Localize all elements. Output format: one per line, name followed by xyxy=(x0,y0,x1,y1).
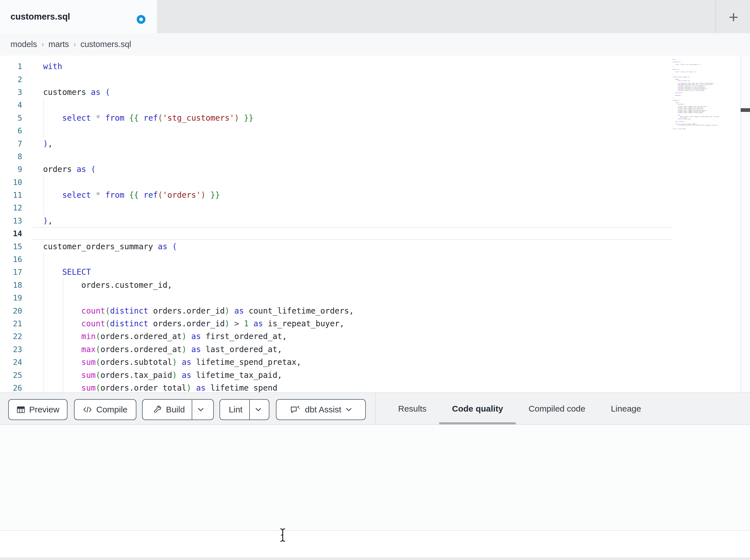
code-line[interactable]: 17 SELECT xyxy=(0,266,673,278)
tab-compiled-code[interactable]: Compiled code xyxy=(516,393,598,424)
code-line[interactable]: 19 xyxy=(0,291,673,304)
line-number: 8 xyxy=(0,152,32,161)
line-number: 12 xyxy=(0,203,32,212)
code-line[interactable]: 18 orders.customer_id, xyxy=(0,279,673,291)
compile-button[interactable]: Compile xyxy=(74,399,136,420)
code-line[interactable]: 15customer_orders_summary as ( xyxy=(0,240,673,253)
code-line[interactable]: 24 sum(orders.subtotal) as lifetime_spen… xyxy=(0,356,673,369)
new-tab-button[interactable]: + xyxy=(724,7,744,27)
code-line[interactable]: 23 max(orders.ordered_at) as last_ordere… xyxy=(0,343,673,356)
editor-scrollbar-thumb[interactable] xyxy=(741,108,750,112)
code-line[interactable]: 22 min(orders.ordered_at) as first_order… xyxy=(0,330,673,343)
code-text xyxy=(32,150,673,163)
code-text: count(distinct orders.order_id) as count… xyxy=(32,304,673,317)
minimap[interactable]: with customers as ( select * from {{ ref… xyxy=(673,59,739,189)
code-text xyxy=(32,176,673,189)
line-number: 1 xyxy=(0,62,32,71)
preview-button[interactable]: Preview xyxy=(8,399,67,420)
status-bar: Defer to staging/production ? Ready xyxy=(0,530,750,557)
code-text xyxy=(32,201,673,214)
dbt-assist-button[interactable]: dbt Assist xyxy=(276,399,366,420)
line-number: 22 xyxy=(0,332,32,341)
code-line[interactable]: 11 select * from {{ ref('orders') }} xyxy=(0,189,673,201)
toolbar-tabs-divider xyxy=(375,393,376,424)
code-line[interactable]: 13), xyxy=(0,214,673,227)
line-number: 26 xyxy=(0,383,32,392)
code-text: count(distinct orders.order_id) > 1 as i… xyxy=(32,317,673,330)
tab-customers-sql[interactable]: customers.sql xyxy=(0,0,157,33)
tab-code-quality[interactable]: Code quality xyxy=(439,393,516,424)
build-button[interactable]: Build xyxy=(146,400,192,419)
code-text: customers as ( xyxy=(32,86,673,99)
chevron-down-icon xyxy=(198,408,203,411)
lint-dropdown-button[interactable] xyxy=(249,400,267,419)
code-text: ), xyxy=(32,137,673,150)
code-line[interactable]: 7), xyxy=(0,137,673,150)
lint-button[interactable]: Lint xyxy=(222,400,249,419)
unsaved-indicator-icon xyxy=(137,15,145,24)
code-line[interactable]: 14 xyxy=(0,227,673,240)
indent-guide xyxy=(43,253,44,392)
code-line[interactable]: 12 xyxy=(0,201,673,214)
line-number: 7 xyxy=(0,139,32,148)
minimap-code: with customers as ( select * from {{ ref… xyxy=(673,59,739,129)
code-line[interactable]: 4 xyxy=(0,99,673,111)
line-number: 18 xyxy=(0,281,32,290)
indent-guide xyxy=(43,99,44,138)
tabbar-divider xyxy=(715,0,716,33)
code-line[interactable]: 8 xyxy=(0,150,673,163)
dbt-cloud-ide-window: customers.sql + models › marts › custome… xyxy=(0,0,750,560)
text-cursor-icon xyxy=(278,528,287,542)
code-line[interactable]: 6 xyxy=(0,124,673,137)
tab-results[interactable]: Results xyxy=(386,393,439,424)
code-text: customer_orders_summary as ( xyxy=(32,240,673,253)
line-number: 21 xyxy=(0,319,32,328)
code-text: select * from {{ ref('stg_customers') }} xyxy=(32,111,673,124)
code-text xyxy=(32,227,673,240)
code-quality-panel: There is nothing here Press the Lint or … xyxy=(0,425,750,530)
code-text: sum(orders.subtotal) as lifetime_spend_p… xyxy=(32,356,673,369)
line-number: 23 xyxy=(0,345,32,354)
code-line[interactable]: 26 sum(orders.order_total) as lifetime_s… xyxy=(0,381,673,392)
window-bottom-strip xyxy=(0,557,750,560)
code-text: sum(orders.order_total) as lifetime_spen… xyxy=(32,381,673,392)
code-text: select * from {{ ref('orders') }} xyxy=(32,189,673,201)
code-line[interactable]: 21 count(distinct orders.order_id) > 1 a… xyxy=(0,317,673,330)
indent-guide xyxy=(63,279,63,392)
breadcrumb-item-marts[interactable]: marts xyxy=(48,40,69,49)
breadcrumb-item-file[interactable]: customers.sql xyxy=(81,40,131,49)
line-number: 11 xyxy=(0,191,32,200)
tab-title: customers.sql xyxy=(11,0,70,33)
code-text: orders.customer_id, xyxy=(32,279,673,291)
build-button-label: Build xyxy=(166,405,185,414)
editor-scrollbar-track[interactable] xyxy=(741,56,750,392)
code-line[interactable]: 1with xyxy=(0,60,673,73)
breadcrumb: models › marts › customers.sql xyxy=(11,33,131,56)
tab-label: Results xyxy=(398,404,427,414)
line-number: 16 xyxy=(0,255,32,264)
code-brackets-icon xyxy=(83,406,92,414)
sql-code-editor[interactable]: 1with23customers as (45 select * from {{… xyxy=(0,56,750,392)
build-dropdown-button[interactable] xyxy=(192,400,209,419)
code-line[interactable]: 3customers as ( xyxy=(0,86,673,99)
code-line[interactable]: 16 xyxy=(0,253,673,266)
indent-guide xyxy=(43,176,44,215)
code-line[interactable]: 5 select * from {{ ref('stg_customers') … xyxy=(0,111,673,124)
editor-action-bar: Preview Compile xyxy=(0,392,750,425)
breadcrumb-bar: models › marts › customers.sql xyxy=(0,33,750,56)
line-number: 13 xyxy=(0,216,32,225)
preview-button-label: Preview xyxy=(29,405,60,414)
tab-label: Compiled code xyxy=(529,404,585,414)
code-lines: 1with23customers as (45 select * from {{… xyxy=(0,56,673,392)
code-line[interactable]: 20 count(distinct orders.order_id) as co… xyxy=(0,304,673,317)
tab-label: Lineage xyxy=(611,404,641,414)
table-icon xyxy=(17,406,25,414)
code-line[interactable]: 10 xyxy=(0,176,673,189)
code-line[interactable]: 9orders as ( xyxy=(0,163,673,175)
code-line[interactable]: 25 sum(orders.tax_paid) as lifetime_tax_… xyxy=(0,369,673,381)
breadcrumb-separator: › xyxy=(42,40,44,48)
line-number: 14 xyxy=(0,229,32,238)
tab-lineage[interactable]: Lineage xyxy=(598,393,654,424)
breadcrumb-item-models[interactable]: models xyxy=(11,40,37,49)
code-line[interactable]: 2 xyxy=(0,73,673,86)
